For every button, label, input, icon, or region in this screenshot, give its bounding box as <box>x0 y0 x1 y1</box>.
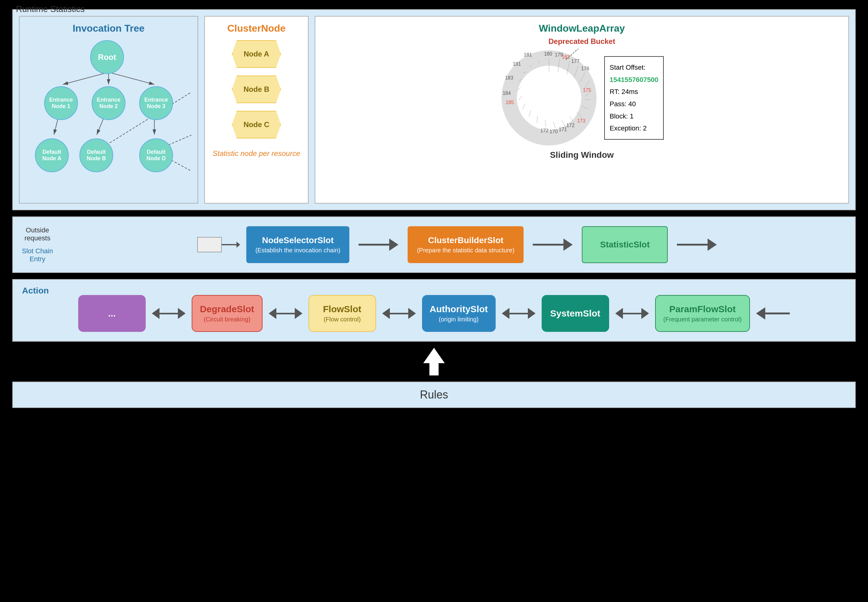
two-arrow-5 <box>615 308 649 319</box>
slot-chain-entry: Slot Chain Entry <box>19 247 56 263</box>
circular-chart-svg: 180 179 177 176 181 181 183 184 172 170 … <box>500 49 598 147</box>
two-arrow-3 <box>382 308 416 319</box>
svg-text:171: 171 <box>559 127 567 132</box>
action-slot-authority-name: AuthoritySlot <box>430 304 488 314</box>
slot-statistic: StatisticSlot <box>582 226 668 263</box>
cluster-subtitle: Statistic node per resource <box>213 149 300 158</box>
svg-line-4 <box>96 117 104 135</box>
arrow-3-head <box>707 238 717 251</box>
action-slot-authority-subtitle: (origin limiting) <box>439 316 479 323</box>
slot-row: NodeSelectorSlot (Establish the invocati… <box>71 226 843 263</box>
node-defaultD: Default Node D <box>139 138 173 172</box>
action-slot-system-name: SystemSlot <box>550 308 600 319</box>
invocation-box: Invocation Tree <box>19 16 198 204</box>
slot-cluster-builder: ClusterBuilderSlot (Prepare the statisti… <box>408 226 524 263</box>
sliding-label: Sliding Window <box>550 150 614 160</box>
node-defaultA: Default Node A <box>35 138 69 172</box>
svg-text:181: 181 <box>524 52 532 57</box>
slot-node-selector-name: NodeSelectorSlot <box>262 235 334 245</box>
big-left-arrow-body <box>765 313 790 314</box>
input-rect <box>197 237 222 252</box>
slot-node-selector-subtitle: (Establish the invocation chain) <box>256 247 340 254</box>
window-box: WindowLeapArray Deprecated Bucket <box>315 16 849 204</box>
big-left-arrow <box>756 307 790 319</box>
action-slot-degrade-subtitle: (Circuit breaking) <box>204 316 250 323</box>
exception-value: Exception: 2 <box>609 122 658 134</box>
svg-text:176: 176 <box>581 66 589 71</box>
action-slot-degrade: DegradeSlot (Circuit breaking) <box>192 295 263 332</box>
runtime-inner: Invocation Tree <box>19 16 849 204</box>
node-entrance3: Entrance Node 3 <box>139 86 173 120</box>
svg-point-10 <box>518 67 580 129</box>
up-arrow-head <box>423 348 445 363</box>
invocation-title: Invocation Tree <box>26 23 191 34</box>
action-slot-degrade-name: DegradeSlot <box>200 304 254 314</box>
slot-panel: Outside requests Slot Chain Entry NodeSe… <box>12 217 856 273</box>
runtime-label: Runtime Statistics <box>16 4 85 14</box>
action-slot-flow-subtitle: (Flow control) <box>324 316 361 323</box>
sliding-window-area: 180 179 177 176 181 181 183 184 172 170 … <box>500 49 663 147</box>
action-slot-dots: ... <box>78 295 146 332</box>
start-offset-value: 1541557607500 <box>609 76 658 83</box>
deprecated-bucket: Deprecated Bucket <box>548 37 615 46</box>
action-slot-paramflow-name: ParamFlowSlot <box>669 304 736 314</box>
slot-node-selector: NodeSelectorSlot (Establish the invocati… <box>246 226 350 263</box>
svg-text:172: 172 <box>566 123 575 128</box>
svg-text:183: 183 <box>505 75 513 80</box>
svg-text:185: 185 <box>506 100 514 105</box>
arrow-2-head <box>563 238 573 251</box>
main-container: Runtime Statistics Invocation Tree <box>0 0 868 602</box>
info-box: Start Offset: 1541557607500 RT: 24ms Pas… <box>604 56 663 140</box>
up-arrow-container <box>0 342 868 382</box>
action-row: ... DegradeSlot (Circuit breaking) FlowS… <box>25 295 843 332</box>
svg-text:181: 181 <box>513 61 521 67</box>
svg-text:173: 173 <box>577 118 586 123</box>
rt-value: RT: 24ms <box>609 86 658 98</box>
hex-node-b: Node B <box>232 75 281 103</box>
action-slot-system: SystemSlot <box>542 295 609 332</box>
window-title: WindowLeapArray <box>539 23 625 34</box>
slot-cluster-builder-subtitle: (Prepare the statistic data structure) <box>417 247 514 254</box>
node-defaultB: Default Node B <box>80 138 113 172</box>
svg-text:172: 172 <box>540 128 549 133</box>
node-root: Root <box>90 40 124 74</box>
hex-node-c: Node C <box>232 111 281 138</box>
start-offset-label: Start Offset: 1541557607500 <box>609 61 658 86</box>
svg-text:184: 184 <box>503 91 511 96</box>
arrow-1-body <box>358 244 389 246</box>
pass-value: Pass: 40 <box>609 98 658 110</box>
arrow-1-head <box>389 238 398 251</box>
slot-cluster-builder-name: ClusterBuilderSlot <box>428 235 504 245</box>
arrow-1 <box>358 238 398 251</box>
tree-container: Root Entrance Node 1 Entrance Node 2 Ent… <box>26 37 191 197</box>
svg-line-2 <box>110 73 154 85</box>
entry-input <box>197 237 237 252</box>
outside-requests: Outside requests <box>19 226 56 242</box>
arrow-3-body <box>677 244 707 246</box>
node-entrance2: Entrance Node 2 <box>92 86 126 120</box>
node-entrance1: Entrance Node 1 <box>44 86 78 120</box>
two-arrow-1 <box>152 308 185 319</box>
cluster-title: ClusterNode <box>227 23 286 34</box>
runtime-panel: Runtime Statistics Invocation Tree <box>12 9 856 210</box>
action-label: Action <box>22 286 49 296</box>
arrow-2-body <box>533 244 563 246</box>
rules-panel: Rules <box>12 382 856 408</box>
slot-statistic-name: StatisticSlot <box>600 240 650 250</box>
arrow-3 <box>677 238 717 251</box>
two-arrow-4 <box>502 308 536 319</box>
arrow-2 <box>533 238 573 251</box>
block-value: Block: 1 <box>609 110 658 123</box>
hex-node-a: Node A <box>232 40 281 68</box>
action-slot-flow: FlowSlot (Flow control) <box>309 295 376 332</box>
svg-line-0 <box>63 73 107 85</box>
svg-text:175: 175 <box>583 88 591 93</box>
up-arrow-stem <box>429 363 439 375</box>
rules-label: Rules <box>420 389 448 401</box>
svg-text:170: 170 <box>550 129 558 134</box>
cluster-box: ClusterNode Node A Node B Node C Statist… <box>204 16 309 204</box>
two-arrow-2 <box>269 308 302 319</box>
action-slot-dots-name: ... <box>108 308 116 319</box>
svg-text:177: 177 <box>571 58 580 64</box>
svg-text:180: 180 <box>544 51 553 57</box>
